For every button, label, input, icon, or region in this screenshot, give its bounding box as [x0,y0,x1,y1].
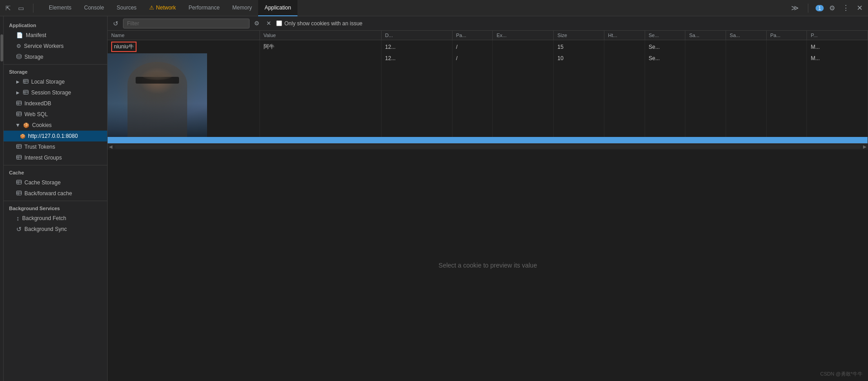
sidebar-item-cookies[interactable]: ▶ 🍪 Cookies [4,120,107,131]
tab-application[interactable]: Application [258,0,297,16]
svg-rect-1 [24,80,28,84]
cookie-image-preview [108,53,207,137]
refresh-button[interactable]: ↺ [111,19,120,28]
col-expires[interactable]: Ex... [493,31,554,40]
local-storage-label: Local Storage [31,79,65,85]
selected-row-cell [108,137,868,143]
tab-performance[interactable]: Performance [182,0,226,16]
horizontal-scrollbar[interactable]: ◀ ▶ [108,143,868,150]
more-tabs-icon[interactable]: ≫ [789,2,801,14]
warning-icon: ⚠ [149,5,154,11]
sidebar-item-session-storage[interactable]: ▶ Session Storage [4,87,107,98]
scroll-track[interactable] [115,145,861,149]
issue-filter-checkbox[interactable] [276,20,282,26]
sidebar-item-bg-fetch[interactable]: ↕ Background Fetch [4,213,107,224]
table-header-row: Name Value D... Pa... Ex... Size Ht... S… [108,31,868,40]
sidebar-item-storage-app[interactable]: Storage [4,52,107,62]
sidebar-item-manifest[interactable]: 📄 Manifest [4,30,107,41]
sidebar-scroll [0,16,4,381]
col-secure[interactable]: Se... [645,31,685,40]
table-row[interactable]: 12... / 10 Se... M... [108,53,868,137]
sidebar-item-service-workers[interactable]: ⚙ Service Workers [4,41,107,52]
cell-sec-1: Se... [645,40,685,54]
session-storage-icon [23,89,28,96]
cookie-url-icon: 🍪 [20,134,25,139]
svg-rect-25 [17,180,22,184]
cache-storage-label: Cache Storage [24,179,61,186]
sidebar-item-cookie-url[interactable]: 🍪 http://127.0.0.1:8080 [4,131,107,141]
cell-ht-1 [604,40,645,54]
pointer-icon[interactable]: ⇱ [4,3,13,14]
svg-rect-17 [17,145,22,149]
issue-filter-label[interactable]: Only show cookies with an issue [276,20,363,27]
tab-memory[interactable]: Memory [226,0,258,16]
indexeddb-icon [16,100,22,107]
cookie-table-container: Name Value D... Pa... Ex... Size Ht... S… [108,31,868,143]
col-partition[interactable]: Pa... [766,31,807,40]
col-name[interactable]: Name [108,31,259,40]
cell-size-1: 15 [553,40,604,54]
bg-sync-icon: ↺ [16,226,22,233]
bfcache-icon [16,190,22,197]
session-storage-label: Session Storage [31,89,71,96]
svg-rect-9 [17,101,22,105]
section-bg-services: Background Services [4,203,107,213]
sidebar-item-bfcache[interactable]: Back/forward cache [4,188,107,199]
col-priority[interactable]: P... [807,31,868,40]
col-samesite2[interactable]: Sa... [726,31,767,40]
col-value[interactable]: Value [259,31,381,40]
cell-name-1: niuniu牛 [108,40,259,54]
tab-bar-right: ≫ 1 ⚙ ⋮ ✕ [789,2,864,14]
sidebar-item-interest-groups[interactable]: Interest Groups [4,152,107,163]
tab-sources[interactable]: Sources [110,0,143,16]
cookie-table: Name Value D... Pa... Ex... Size Ht... S… [108,31,868,143]
cell-value-1: 阿牛 [259,40,381,54]
cell-pa-1 [766,40,807,54]
scroll-right-arrow[interactable]: ▶ [862,144,868,149]
scroll-thumb[interactable] [0,34,3,61]
sidebar-item-bg-sync[interactable]: ↺ Background Sync [4,224,107,235]
sidebar-item-indexeddb[interactable]: IndexedDB [4,98,107,109]
cache-storage-icon [16,179,22,186]
cookies-label: Cookies [32,122,52,128]
device-icon[interactable]: ▭ [16,3,26,14]
filter-settings-button[interactable]: ⚙ [252,19,261,28]
preview-area: Select a cookie to preview its value [108,150,868,381]
table-row-selected[interactable] [108,137,868,143]
cell-size-2: 10 [553,53,604,137]
settings-icon[interactable]: ⚙ [827,2,837,14]
bg-sync-label: Background Sync [24,226,67,232]
scroll-left-arrow[interactable]: ◀ [108,144,114,149]
clear-filter-button[interactable]: ✕ [264,19,274,28]
close-devtools-icon[interactable]: ✕ [855,2,864,14]
col-httponly[interactable]: Ht... [604,31,645,40]
toolbar: ↺ ⚙ ✕ Only show cookies with an issue [108,16,868,31]
main-layout: Application 📄 Manifest ⚙ Service Workers… [0,16,868,381]
manifest-icon: 📄 [16,32,23,38]
col-path[interactable]: Pa... [452,31,493,40]
devtools-icons: ⇱ ▭ [4,3,37,14]
cell-domain-1: 12... [381,40,452,54]
cell-sam-2 [685,53,726,137]
tab-console[interactable]: Console [78,0,110,16]
bfcache-label: Back/forward cache [24,190,72,197]
tab-network[interactable]: ⚠ Network [143,0,182,16]
sidebar-item-cache-storage[interactable]: Cache Storage [4,177,107,188]
filter-input[interactable] [123,19,250,28]
web-sql-icon [16,111,22,118]
notification-badge[interactable]: 1 [816,5,824,11]
storage-label: Storage [24,54,43,60]
tab-elements[interactable]: Elements [42,0,78,16]
col-samesite[interactable]: Sa... [685,31,726,40]
cell-sa2-2 [726,53,767,137]
col-domain[interactable]: D... [381,31,452,40]
cell-sam-1 [685,40,726,54]
more-options-icon[interactable]: ⋮ [840,2,851,14]
separator [33,4,33,13]
table-row[interactable]: niuniu牛 阿牛 12... / 15 Se... [108,40,868,54]
col-size[interactable]: Size [553,31,604,40]
sidebar-item-web-sql[interactable]: Web SQL [4,109,107,120]
sidebar-item-local-storage[interactable]: ▶ Local Storage [4,76,107,87]
sidebar-item-trust-tokens[interactable]: Trust Tokens [4,141,107,152]
divider1 [4,64,107,65]
